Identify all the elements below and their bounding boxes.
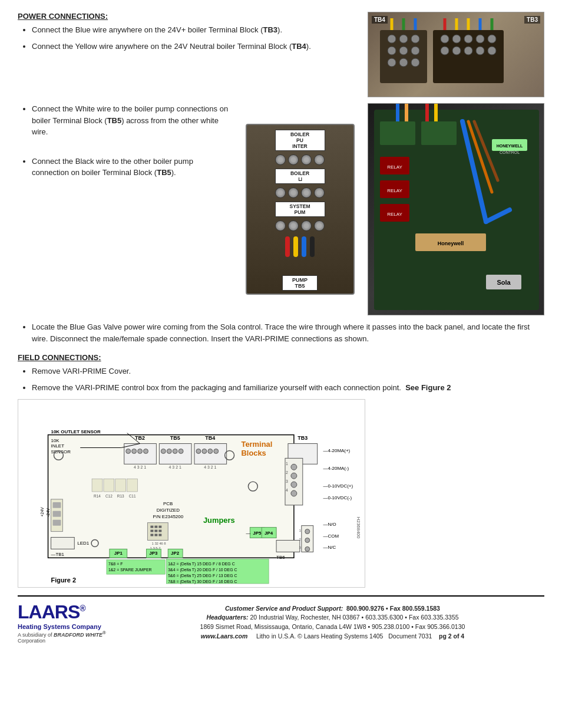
screw xyxy=(275,154,286,165)
svg-text:+24V: +24V xyxy=(40,507,44,517)
svg-text:DIGITIZED: DIGITIZED xyxy=(157,508,180,513)
field-connections-section: FIELD CONNECTIONS: Remove VARI-PRIME Cov… xyxy=(18,353,544,393)
svg-rect-165 xyxy=(154,526,157,528)
svg-text:JP5: JP5 xyxy=(253,531,262,536)
svg-text:RELAY: RELAY xyxy=(387,212,402,217)
svg-rect-166 xyxy=(158,526,161,528)
screw xyxy=(314,187,325,198)
svg-text:Terminal: Terminal xyxy=(241,440,272,449)
svg-point-19 xyxy=(441,47,449,55)
svg-text:TB2: TB2 xyxy=(135,435,145,441)
svg-text:Jumpers: Jumpers xyxy=(203,516,235,525)
svg-text:—4-20MA(-): —4-20MA(-) xyxy=(323,466,349,471)
middle-section: Connect the White wire to the boiler pum… xyxy=(18,103,544,315)
svg-text:LED1: LED1 xyxy=(77,541,89,546)
svg-text:—0-10VDC(+): —0-10VDC(+) xyxy=(323,483,353,489)
svg-point-2 xyxy=(388,35,396,43)
screw xyxy=(301,220,312,231)
yellow-wire xyxy=(293,236,298,257)
screw-row-2 xyxy=(275,187,325,198)
svg-rect-113 xyxy=(52,502,61,508)
black-wire xyxy=(310,236,315,257)
svg-point-94 xyxy=(173,449,177,453)
svg-point-14 xyxy=(441,35,449,43)
svg-text:JP2: JP2 xyxy=(171,551,180,556)
screw xyxy=(288,187,299,198)
svg-point-22 xyxy=(476,47,484,55)
svg-text:10K  OUTLET SENSOR: 10K OUTLET SENSOR xyxy=(51,429,101,434)
footer-text: Customer Service and Product Support: 80… xyxy=(121,604,544,641)
control-panel-photo: RELAY RELAY RELAY Honeywell Sola xyxy=(368,103,544,315)
figure2-svg: TB2 4 3 2 1 TB5 4 3 2 1 TB4 4 3 2 1 Term… xyxy=(18,399,365,588)
svg-text:PCB: PCB xyxy=(163,501,173,506)
screw xyxy=(288,154,299,165)
screw-row-3 xyxy=(275,220,325,231)
svg-text:-24V: -24V xyxy=(46,508,50,517)
blue-gas-item: Locate the Blue Gas Valve power wire com… xyxy=(32,321,544,344)
svg-rect-171 xyxy=(154,534,157,536)
svg-point-90 xyxy=(138,449,143,453)
svg-point-5 xyxy=(388,47,396,55)
svg-point-137 xyxy=(305,546,310,551)
laars-logo: LAARS® xyxy=(18,601,112,623)
svg-point-73 xyxy=(291,464,297,470)
svg-rect-31 xyxy=(421,121,457,145)
svg-text:—COM: —COM xyxy=(323,533,339,539)
svg-text:R14: R14 xyxy=(94,494,101,498)
svg-rect-102 xyxy=(92,479,103,492)
svg-rect-167 xyxy=(150,530,153,532)
blue-gas-section: Locate the Blue Gas Valve power wire com… xyxy=(18,321,544,344)
field-item-2: Remove the VARI-PRIME control box from t… xyxy=(32,382,544,394)
svg-rect-172 xyxy=(158,534,161,536)
svg-text:Figure 2: Figure 2 xyxy=(51,577,76,584)
address-line: 1869 Sismet Road, Mississauga, Ontario, … xyxy=(121,622,544,632)
svg-point-97 xyxy=(202,449,207,453)
svg-point-89 xyxy=(132,449,137,453)
svg-point-96 xyxy=(196,449,201,453)
svg-rect-103 xyxy=(104,479,114,492)
svg-text:INLET: INLET xyxy=(51,443,65,449)
svg-text:JP1: JP1 xyxy=(114,551,123,556)
svg-point-93 xyxy=(167,449,171,453)
svg-point-8 xyxy=(388,58,396,67)
screw xyxy=(288,220,299,231)
control-panel-svg: RELAY RELAY RELAY Honeywell Sola xyxy=(368,104,544,315)
blue-wire xyxy=(302,236,306,257)
screw xyxy=(301,154,312,165)
svg-point-9 xyxy=(399,58,408,67)
svg-point-76 xyxy=(291,490,297,496)
svg-rect-105 xyxy=(127,479,138,492)
svg-text:—TB1: —TB1 xyxy=(51,552,65,557)
svg-point-20 xyxy=(452,47,461,55)
svg-text:R13: R13 xyxy=(117,494,124,498)
svg-rect-168 xyxy=(154,530,157,532)
svg-text:TB4: TB4 xyxy=(205,435,215,441)
screw xyxy=(314,220,325,231)
svg-text:1&2 = (Delta T) 15 DEG F / 8 D: 1&2 = (Delta T) 15 DEG F / 8 DEG C xyxy=(168,562,234,566)
diagram-right-spacer xyxy=(374,399,544,589)
svg-text:P/N E2345200: P/N E2345200 xyxy=(153,514,183,519)
svg-point-6 xyxy=(399,47,408,55)
top-section: POWER CONNECTIONS: Connect the Blue wire… xyxy=(18,12,544,97)
boiler-pu-label: BOILERPUINTER xyxy=(275,130,325,151)
svg-rect-164 xyxy=(150,526,153,528)
svg-point-17 xyxy=(476,35,484,43)
svg-text:CONTROL: CONTROL xyxy=(500,150,520,154)
svg-text:6  8: 6 8 xyxy=(161,542,166,545)
field-item-1: Remove VARI-PRIME Cover. xyxy=(32,365,544,377)
page: POWER CONNECTIONS: Connect the Blue wire… xyxy=(0,0,562,728)
list-item: Connect the Yellow wire anywhere on the … xyxy=(32,41,356,52)
svg-point-95 xyxy=(178,449,183,453)
svg-point-10 xyxy=(411,58,419,67)
svg-point-136 xyxy=(305,538,310,543)
svg-text:7&8 = F: 7&8 = F xyxy=(108,562,123,566)
field-connections-title: FIELD CONNECTIONS: xyxy=(18,353,544,362)
customer-service-bold: Customer Service and Product Support: xyxy=(225,605,343,612)
svg-point-91 xyxy=(144,449,148,453)
wire-stubs xyxy=(285,236,315,257)
svg-text:4 3 2 1: 4 3 2 1 xyxy=(204,465,216,469)
svg-text:1&2 = SPARE JUMPER: 1&2 = SPARE JUMPER xyxy=(108,568,152,572)
svg-text:C11: C11 xyxy=(129,494,136,498)
svg-point-15 xyxy=(452,35,461,43)
tb4-tb3-photo: TB4 TB3 xyxy=(368,12,544,97)
